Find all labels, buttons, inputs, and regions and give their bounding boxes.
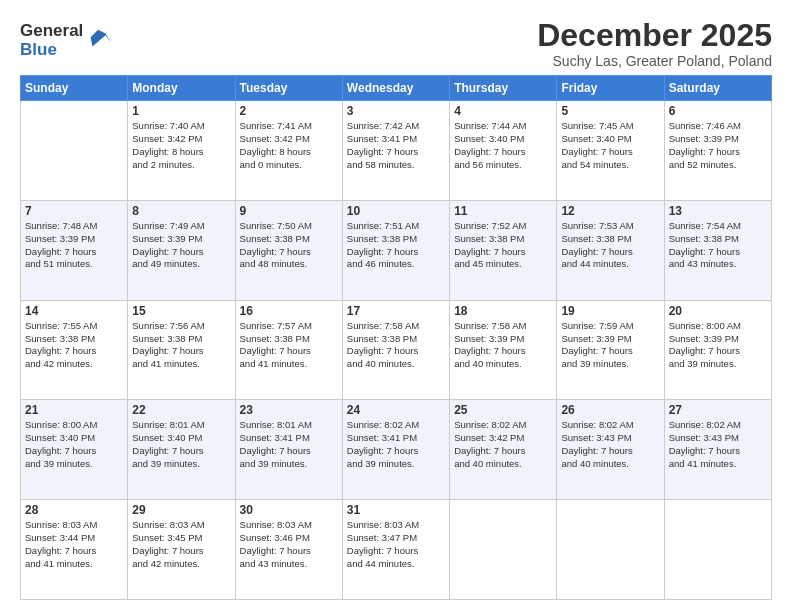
- day-number: 25: [454, 403, 552, 417]
- day-info: Sunrise: 7:48 AM Sunset: 3:39 PM Dayligh…: [25, 220, 123, 271]
- day-number: 9: [240, 204, 338, 218]
- day-number: 8: [132, 204, 230, 218]
- day-number: 16: [240, 304, 338, 318]
- day-number: 26: [561, 403, 659, 417]
- calendar-cell: 18Sunrise: 7:58 AM Sunset: 3:39 PM Dayli…: [450, 300, 557, 400]
- calendar-cell: 13Sunrise: 7:54 AM Sunset: 3:38 PM Dayli…: [664, 200, 771, 300]
- calendar-cell: 24Sunrise: 8:02 AM Sunset: 3:41 PM Dayli…: [342, 400, 449, 500]
- logo-text: General Blue: [20, 22, 83, 59]
- day-number: 3: [347, 104, 445, 118]
- day-info: Sunrise: 8:03 AM Sunset: 3:47 PM Dayligh…: [347, 519, 445, 570]
- calendar-cell: [557, 500, 664, 600]
- calendar-cell: 7Sunrise: 7:48 AM Sunset: 3:39 PM Daylig…: [21, 200, 128, 300]
- day-number: 27: [669, 403, 767, 417]
- calendar-cell: 26Sunrise: 8:02 AM Sunset: 3:43 PM Dayli…: [557, 400, 664, 500]
- day-info: Sunrise: 8:02 AM Sunset: 3:42 PM Dayligh…: [454, 419, 552, 470]
- day-info: Sunrise: 7:45 AM Sunset: 3:40 PM Dayligh…: [561, 120, 659, 171]
- day-number: 11: [454, 204, 552, 218]
- day-number: 30: [240, 503, 338, 517]
- calendar-cell: 17Sunrise: 7:58 AM Sunset: 3:38 PM Dayli…: [342, 300, 449, 400]
- day-number: 17: [347, 304, 445, 318]
- calendar-cell: 8Sunrise: 7:49 AM Sunset: 3:39 PM Daylig…: [128, 200, 235, 300]
- svg-marker-0: [91, 29, 112, 46]
- day-number: 28: [25, 503, 123, 517]
- day-info: Sunrise: 7:58 AM Sunset: 3:38 PM Dayligh…: [347, 320, 445, 371]
- calendar-cell: 23Sunrise: 8:01 AM Sunset: 3:41 PM Dayli…: [235, 400, 342, 500]
- month-title: December 2025: [537, 18, 772, 53]
- calendar-cell: 14Sunrise: 7:55 AM Sunset: 3:38 PM Dayli…: [21, 300, 128, 400]
- day-number: 23: [240, 403, 338, 417]
- calendar-cell: 29Sunrise: 8:03 AM Sunset: 3:45 PM Dayli…: [128, 500, 235, 600]
- day-info: Sunrise: 7:40 AM Sunset: 3:42 PM Dayligh…: [132, 120, 230, 171]
- day-number: 22: [132, 403, 230, 417]
- header: General Blue December 2025 Suchy Las, Gr…: [20, 18, 772, 69]
- day-info: Sunrise: 7:42 AM Sunset: 3:41 PM Dayligh…: [347, 120, 445, 171]
- day-info: Sunrise: 7:44 AM Sunset: 3:40 PM Dayligh…: [454, 120, 552, 171]
- logo-general: General: [20, 22, 83, 41]
- logo-icon: [85, 26, 113, 54]
- day-info: Sunrise: 8:00 AM Sunset: 3:39 PM Dayligh…: [669, 320, 767, 371]
- calendar-cell: 25Sunrise: 8:02 AM Sunset: 3:42 PM Dayli…: [450, 400, 557, 500]
- calendar-day-header: Wednesday: [342, 76, 449, 101]
- calendar-cell: 27Sunrise: 8:02 AM Sunset: 3:43 PM Dayli…: [664, 400, 771, 500]
- day-number: 13: [669, 204, 767, 218]
- day-number: 15: [132, 304, 230, 318]
- day-number: 5: [561, 104, 659, 118]
- calendar-week-row: 21Sunrise: 8:00 AM Sunset: 3:40 PM Dayli…: [21, 400, 772, 500]
- calendar-week-row: 1Sunrise: 7:40 AM Sunset: 3:42 PM Daylig…: [21, 101, 772, 201]
- day-number: 10: [347, 204, 445, 218]
- calendar-week-row: 28Sunrise: 8:03 AM Sunset: 3:44 PM Dayli…: [21, 500, 772, 600]
- day-info: Sunrise: 8:03 AM Sunset: 3:46 PM Dayligh…: [240, 519, 338, 570]
- day-info: Sunrise: 8:02 AM Sunset: 3:41 PM Dayligh…: [347, 419, 445, 470]
- calendar-cell: 16Sunrise: 7:57 AM Sunset: 3:38 PM Dayli…: [235, 300, 342, 400]
- calendar-day-header: Monday: [128, 76, 235, 101]
- day-info: Sunrise: 8:02 AM Sunset: 3:43 PM Dayligh…: [669, 419, 767, 470]
- day-info: Sunrise: 8:01 AM Sunset: 3:41 PM Dayligh…: [240, 419, 338, 470]
- day-number: 18: [454, 304, 552, 318]
- day-number: 12: [561, 204, 659, 218]
- day-info: Sunrise: 7:52 AM Sunset: 3:38 PM Dayligh…: [454, 220, 552, 271]
- day-number: 2: [240, 104, 338, 118]
- title-block: December 2025 Suchy Las, Greater Poland,…: [537, 18, 772, 69]
- calendar-cell: [664, 500, 771, 600]
- logo: General Blue: [20, 22, 113, 59]
- day-info: Sunrise: 7:59 AM Sunset: 3:39 PM Dayligh…: [561, 320, 659, 371]
- logo-blue: Blue: [20, 41, 83, 60]
- day-info: Sunrise: 8:03 AM Sunset: 3:45 PM Dayligh…: [132, 519, 230, 570]
- calendar-cell: 31Sunrise: 8:03 AM Sunset: 3:47 PM Dayli…: [342, 500, 449, 600]
- calendar-cell: [21, 101, 128, 201]
- page: General Blue December 2025 Suchy Las, Gr…: [0, 0, 792, 612]
- day-info: Sunrise: 7:55 AM Sunset: 3:38 PM Dayligh…: [25, 320, 123, 371]
- day-info: Sunrise: 7:54 AM Sunset: 3:38 PM Dayligh…: [669, 220, 767, 271]
- day-info: Sunrise: 7:51 AM Sunset: 3:38 PM Dayligh…: [347, 220, 445, 271]
- day-number: 4: [454, 104, 552, 118]
- calendar-cell: 19Sunrise: 7:59 AM Sunset: 3:39 PM Dayli…: [557, 300, 664, 400]
- calendar-cell: 22Sunrise: 8:01 AM Sunset: 3:40 PM Dayli…: [128, 400, 235, 500]
- day-info: Sunrise: 7:50 AM Sunset: 3:38 PM Dayligh…: [240, 220, 338, 271]
- day-number: 7: [25, 204, 123, 218]
- calendar-cell: 12Sunrise: 7:53 AM Sunset: 3:38 PM Dayli…: [557, 200, 664, 300]
- day-info: Sunrise: 7:57 AM Sunset: 3:38 PM Dayligh…: [240, 320, 338, 371]
- day-info: Sunrise: 7:56 AM Sunset: 3:38 PM Dayligh…: [132, 320, 230, 371]
- location-subtitle: Suchy Las, Greater Poland, Poland: [537, 53, 772, 69]
- calendar-day-header: Sunday: [21, 76, 128, 101]
- calendar-cell: 9Sunrise: 7:50 AM Sunset: 3:38 PM Daylig…: [235, 200, 342, 300]
- calendar-cell: 3Sunrise: 7:42 AM Sunset: 3:41 PM Daylig…: [342, 101, 449, 201]
- day-number: 24: [347, 403, 445, 417]
- day-number: 21: [25, 403, 123, 417]
- calendar-cell: 30Sunrise: 8:03 AM Sunset: 3:46 PM Dayli…: [235, 500, 342, 600]
- calendar-week-row: 14Sunrise: 7:55 AM Sunset: 3:38 PM Dayli…: [21, 300, 772, 400]
- day-number: 29: [132, 503, 230, 517]
- calendar-cell: 20Sunrise: 8:00 AM Sunset: 3:39 PM Dayli…: [664, 300, 771, 400]
- calendar-cell: 21Sunrise: 8:00 AM Sunset: 3:40 PM Dayli…: [21, 400, 128, 500]
- day-info: Sunrise: 8:02 AM Sunset: 3:43 PM Dayligh…: [561, 419, 659, 470]
- day-info: Sunrise: 7:58 AM Sunset: 3:39 PM Dayligh…: [454, 320, 552, 371]
- calendar-day-header: Tuesday: [235, 76, 342, 101]
- calendar-header-row: SundayMondayTuesdayWednesdayThursdayFrid…: [21, 76, 772, 101]
- calendar-cell: 6Sunrise: 7:46 AM Sunset: 3:39 PM Daylig…: [664, 101, 771, 201]
- calendar-day-header: Friday: [557, 76, 664, 101]
- day-number: 6: [669, 104, 767, 118]
- day-info: Sunrise: 7:53 AM Sunset: 3:38 PM Dayligh…: [561, 220, 659, 271]
- calendar-cell: 5Sunrise: 7:45 AM Sunset: 3:40 PM Daylig…: [557, 101, 664, 201]
- calendar-cell: 11Sunrise: 7:52 AM Sunset: 3:38 PM Dayli…: [450, 200, 557, 300]
